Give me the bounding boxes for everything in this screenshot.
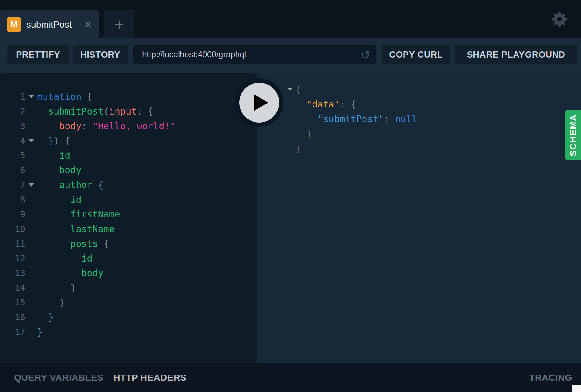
code-text: }	[37, 282, 76, 293]
endpoint-url-field[interactable]: ↺	[133, 45, 376, 64]
code-line: 1mutation {	[0, 89, 257, 104]
line-number: 17	[0, 327, 25, 337]
workspace: 1mutation {2 submitPost(input: {3 body: …	[0, 73, 581, 363]
fold-arrow-icon[interactable]	[25, 95, 37, 98]
tab-title: submitPost	[26, 19, 72, 30]
line-number: 1	[0, 92, 25, 101]
line-number: 5	[0, 151, 25, 160]
play-icon	[254, 94, 268, 111]
code-line: 11 posts {	[0, 236, 257, 251]
code-text: id	[37, 150, 70, 161]
line-number: 6	[0, 165, 25, 175]
line-number: 7	[0, 180, 25, 190]
line-number: 11	[0, 239, 25, 248]
line-number: 16	[0, 312, 25, 322]
copy-curl-button[interactable]: COPY CURL	[382, 45, 450, 64]
code-text: body: "Hello, world!"	[37, 121, 176, 131]
line-number: 2	[0, 107, 25, 116]
code-text: body	[37, 165, 82, 175]
mutation-badge: M	[7, 17, 21, 32]
code-line: 4 }) {	[0, 133, 257, 148]
code-text: {	[295, 84, 301, 95]
line-number: 4	[0, 136, 25, 145]
plus-icon: +	[114, 14, 124, 34]
code-text: id	[37, 194, 82, 205]
code-line: 12 id	[0, 251, 257, 266]
code-line: 15 }	[0, 295, 257, 310]
line-number: 15	[0, 298, 25, 307]
line-number: 10	[0, 224, 25, 234]
fold-arrow-icon[interactable]	[25, 139, 37, 142]
reload-icon[interactable]: ↺	[360, 49, 370, 61]
fold-arrow-icon[interactable]	[284, 88, 295, 91]
code-line: 13 body	[0, 266, 257, 280]
line-number: 14	[0, 283, 25, 292]
code-line: 2 submitPost(input: {	[0, 104, 257, 119]
http-headers-tab[interactable]: HTTP HEADERS	[113, 372, 187, 383]
line-number: 3	[0, 121, 25, 131]
fold-arrow-icon[interactable]	[25, 183, 37, 187]
code-text: lastName	[37, 224, 115, 234]
tracing-tab[interactable]: TRACING	[529, 372, 572, 383]
query-editor[interactable]: 1mutation {2 submitPost(input: {3 body: …	[0, 73, 257, 363]
code-text: submitPost(input: {	[37, 106, 153, 117]
line-number: 12	[0, 254, 25, 263]
code-text: body	[37, 268, 104, 278]
code-line: 6 body	[0, 163, 257, 177]
code-text: }	[295, 128, 312, 139]
bottom-bar: QUERY VARIABLES HTTP HEADERS TRACING	[0, 363, 581, 392]
schema-tab-label: SCHEMA	[568, 114, 578, 156]
code-line: {	[257, 82, 581, 97]
code-line: 5 id	[0, 148, 257, 163]
code-text: posts {	[37, 238, 109, 249]
line-number: 8	[0, 195, 25, 204]
response-viewer: { "data": { "submitPost": null }}	[257, 73, 581, 363]
code-text: }	[37, 312, 54, 322]
code-text: }	[37, 326, 43, 337]
code-line: }	[257, 126, 581, 141]
code-line: }	[257, 141, 581, 156]
code-text: }) {	[37, 135, 70, 146]
code-line: 8 id	[0, 192, 257, 207]
corner-artifact	[572, 385, 581, 392]
close-tab-icon[interactable]: ×	[85, 19, 91, 30]
code-line: 10 lastName	[0, 221, 257, 236]
share-playground-button[interactable]: SHARE PLAYGROUND	[455, 45, 577, 64]
code-text: }	[295, 143, 301, 154]
code-line: 17}	[0, 324, 257, 339]
toolbar: PRETTIFY HISTORY ↺ COPY CURL SHARE PLAYG…	[0, 38, 581, 73]
schema-tab[interactable]: SCHEMA	[565, 110, 581, 160]
code-text: id	[37, 253, 93, 264]
code-line: 14 }	[0, 280, 257, 295]
code-line: 3 body: "Hello, world!"	[0, 119, 257, 133]
prettify-button[interactable]: PRETTIFY	[7, 45, 69, 64]
code-text: mutation {	[37, 91, 93, 102]
code-line: "submitPost": null	[257, 111, 581, 126]
endpoint-url-input[interactable]	[142, 50, 360, 60]
line-number: 13	[0, 268, 25, 278]
settings-gear-icon[interactable]	[551, 11, 568, 28]
code-text: }	[37, 297, 65, 308]
tab-bar: M submitPost × +	[0, 0, 581, 38]
code-text: author {	[37, 179, 104, 190]
code-line: 7 author {	[0, 177, 257, 192]
history-button[interactable]: HISTORY	[73, 45, 128, 64]
line-number: 9	[0, 209, 25, 219]
tab-submitpost[interactable]: M submitPost ×	[0, 10, 99, 38]
new-tab-button[interactable]: +	[104, 10, 134, 38]
code-line: 16 }	[0, 310, 257, 324]
code-line: 9 firstName	[0, 207, 257, 221]
query-variables-tab[interactable]: QUERY VARIABLES	[14, 372, 104, 383]
code-text: "data": {	[295, 99, 356, 110]
play-circle	[239, 83, 279, 123]
code-text: firstName	[37, 209, 120, 220]
code-text: "submitPost": null	[295, 114, 417, 124]
code-line: "data": {	[257, 97, 581, 111]
execute-query-button[interactable]	[235, 78, 283, 127]
